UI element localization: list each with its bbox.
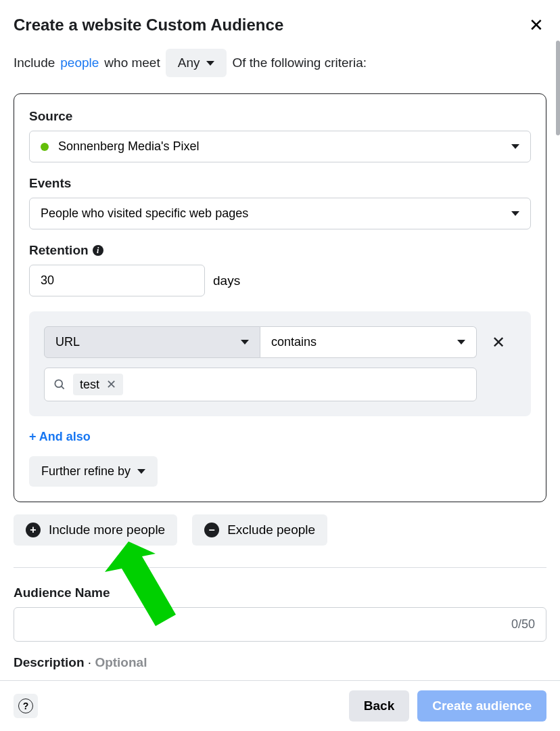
description-label: Description <box>14 655 85 669</box>
svg-point-0 <box>55 380 62 387</box>
create-audience-button[interactable]: Create audience <box>417 690 546 722</box>
chevron-down-icon <box>137 469 145 474</box>
url-field-value: URL <box>55 335 80 349</box>
help-button[interactable]: ? <box>14 694 38 718</box>
retention-label: Retention i <box>29 243 531 258</box>
url-operator-dropdown[interactable]: contains <box>260 326 477 358</box>
info-icon[interactable]: i <box>93 245 103 256</box>
chevron-down-icon <box>457 340 465 345</box>
audience-name-input[interactable]: 0/50 <box>14 607 546 642</box>
refine-label: Further refine by <box>41 464 131 479</box>
events-dropdown[interactable]: People who visited specific web pages <box>29 198 531 229</box>
include-more-button[interactable]: + Include more people <box>14 514 177 546</box>
retention-input[interactable] <box>29 265 205 296</box>
tag-text: test <box>80 378 99 392</box>
include-suffix: Of the following criteria: <box>232 56 367 70</box>
remove-filter-icon[interactable]: ✕ <box>492 333 505 352</box>
section-divider <box>14 567 546 568</box>
include-mid: who meet <box>104 56 160 70</box>
scrollbar[interactable] <box>556 41 560 135</box>
criteria-box: Source Sonnenberg Media's Pixel Events P… <box>14 93 546 502</box>
remove-tag-icon[interactable]: ✕ <box>106 377 116 392</box>
events-label: Events <box>29 176 531 191</box>
people-link[interactable]: people <box>60 56 99 70</box>
description-label-row: Description · Optional <box>14 655 546 670</box>
source-value: Sonnenberg Media's Pixel <box>58 139 200 154</box>
url-search-input[interactable]: test ✕ <box>44 368 477 401</box>
minus-circle-icon: – <box>204 523 219 537</box>
url-operator-value: contains <box>271 335 317 349</box>
question-icon: ? <box>18 699 33 713</box>
include-prefix: Include <box>14 56 55 70</box>
url-field-dropdown[interactable]: URL <box>44 326 260 358</box>
and-also-button[interactable]: + And also <box>29 430 91 444</box>
chevron-down-icon <box>511 211 519 216</box>
search-icon <box>53 378 66 391</box>
search-tag: test ✕ <box>73 374 123 395</box>
match-type-dropdown[interactable]: Any <box>166 49 227 77</box>
source-label: Source <box>29 109 531 124</box>
chevron-down-icon <box>241 340 249 345</box>
url-filter-block: URL contains ✕ test ✕ <box>29 311 531 416</box>
plus-circle-icon: + <box>26 523 41 537</box>
events-value: People who visited specific web pages <box>41 206 248 221</box>
match-type-value: Any <box>178 56 200 70</box>
chevron-down-icon <box>511 144 519 149</box>
modal-footer: ? Back Create audience <box>0 680 560 731</box>
refine-dropdown[interactable]: Further refine by <box>29 456 158 487</box>
close-icon[interactable]: ✕ <box>526 14 546 37</box>
modal-title: Create a website Custom Audience <box>14 16 283 35</box>
source-dropdown[interactable]: Sonnenberg Media's Pixel <box>29 131 531 162</box>
char-counter: 0/50 <box>511 617 535 632</box>
exclude-button[interactable]: – Exclude people <box>192 514 327 546</box>
audience-name-label: Audience Name <box>14 585 546 600</box>
include-conditions-row: Include people who meet Any Of the follo… <box>14 49 546 77</box>
back-button[interactable]: Back <box>349 690 409 722</box>
optional-tag: Optional <box>95 655 147 669</box>
include-more-label: Include more people <box>49 523 165 537</box>
chevron-down-icon <box>206 61 214 66</box>
exclude-label: Exclude people <box>227 523 315 537</box>
retention-unit: days <box>213 273 240 288</box>
status-dot-icon <box>41 143 49 151</box>
svg-line-1 <box>62 386 64 389</box>
